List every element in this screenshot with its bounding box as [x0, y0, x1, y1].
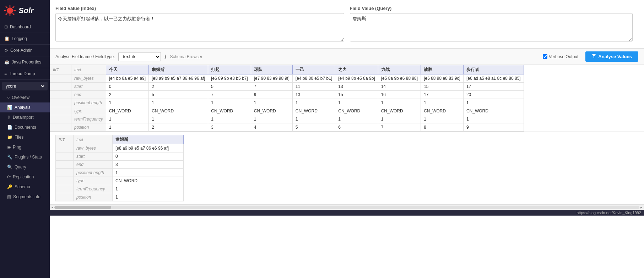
- query-result-area: IKT text 詹姆斯 raw_bytes [e8 a9 b9 e5 a7 8…: [50, 132, 644, 204]
- value-cell: [e7 90 83 e9 98 9f]: [251, 74, 292, 83]
- segments-icon: ▤: [7, 194, 11, 199]
- value-cell: [e6 88 98 e8 83 9c]: [421, 74, 464, 83]
- sidebar-item-logging[interactable]: 📋 Logging: [0, 33, 50, 45]
- value-cell: [e6 ad a5 e8 a1 8c e8 80 85]: [463, 74, 524, 83]
- token-cell: 今天: [106, 65, 148, 74]
- row-field-name: positionLength: [71, 99, 106, 107]
- verbose-output-area: Verbose Output: [543, 54, 578, 59]
- sidebar-item-analysis[interactable]: 📊 Analysis: [0, 102, 50, 112]
- scroll-thumb[interactable]: [54, 206, 111, 209]
- sidebar-item-thread-dump[interactable]: ≡ Thread Dump: [0, 68, 50, 80]
- overview-icon: ○: [7, 95, 10, 100]
- svg-line-6: [13, 13, 15, 15]
- table-row: type CN_WORD: [56, 177, 184, 185]
- value-cell: 3: [208, 123, 251, 132]
- query-token-cell: 詹姆斯: [113, 135, 184, 144]
- table-row: position 1 2 3 4 5 6 7 8 9: [50, 123, 524, 132]
- help-icon[interactable]: ℹ: [164, 54, 166, 60]
- value-cell: [e8 a9 b9 e5 a7 86 e6 96 af]: [149, 74, 208, 83]
- solr-logo: Solr: [4, 4, 34, 17]
- sidebar-item-overview[interactable]: ○ Overview: [0, 93, 50, 102]
- sidebar-item-label: Logging: [12, 36, 27, 41]
- solr-brand-text: Solr: [18, 6, 34, 15]
- field-name-cell: text: [71, 65, 106, 74]
- row-field-name: start: [74, 152, 113, 161]
- sidebar-item-dataimport[interactable]: ⇩ Dataimport: [0, 112, 50, 122]
- fieldtype-select[interactable]: text_ik: [118, 52, 161, 61]
- sidebar-item-label: Core Admin: [10, 48, 33, 53]
- value-cell: 0: [113, 152, 184, 161]
- value-cell: 1: [292, 115, 335, 123]
- value-cell: 9: [463, 123, 524, 132]
- sidebar-sub-label: Schema: [15, 184, 30, 189]
- index-table-wrapper: IKT text 今天 詹姆斯 打起 球队 一己 之力 力战 战胜 步行者: [50, 65, 644, 132]
- value-cell: CN_WORD: [149, 107, 208, 115]
- table-row: IKT text 今天 詹姆斯 打起 球队 一己 之力 力战 战胜 步行者: [50, 65, 524, 74]
- value-cell: 1: [251, 99, 292, 107]
- value-cell: 2: [149, 123, 208, 132]
- sidebar-item-java-properties[interactable]: ☕ Java Properties: [0, 56, 50, 68]
- value-cell: CN_WORD: [421, 107, 464, 115]
- token-cell: 步行者: [463, 65, 524, 74]
- ikt-cell: IKT: [56, 135, 74, 144]
- value-cell: [e8 a9 b9 e5 a7 86 e6 96 af]: [113, 144, 184, 152]
- schema-browser-link[interactable]: Schema Browser: [170, 54, 202, 59]
- analyse-values-button[interactable]: Analyse Values: [585, 51, 638, 62]
- svg-line-7: [13, 6, 15, 8]
- sidebar-sub-label: Ping: [13, 145, 21, 150]
- token-cell: 詹姆斯: [149, 65, 208, 74]
- horizontal-scrollbar[interactable]: ◂ ▸: [50, 204, 644, 210]
- value-cell: 1: [421, 99, 464, 107]
- sidebar-item-schema[interactable]: 🔑 Schema: [0, 182, 50, 192]
- field-value-index-textarea[interactable]: 今天詹姆斯打起球队，以一己之力战胜步行者！: [55, 13, 344, 41]
- sidebar-item-documents[interactable]: 📄 Documents: [0, 122, 50, 132]
- value-cell: CN_WORD: [251, 107, 292, 115]
- value-cell: 16: [378, 91, 421, 99]
- sidebar-sub-label: Files: [15, 135, 23, 140]
- core-selector[interactable]: ycore: [2, 82, 48, 90]
- sidebar-item-plugins-stats[interactable]: 🔧 Plugins / Stats: [0, 152, 50, 162]
- value-cell: 1: [378, 99, 421, 107]
- sidebar-item-core-admin[interactable]: ⚙ Core Admin: [0, 45, 50, 56]
- value-cell: [e5 8a 9b e6 88 98]: [378, 74, 421, 83]
- sidebar-sub-label: Segments info: [13, 194, 40, 199]
- value-cell: 1: [149, 99, 208, 107]
- value-cell: 1: [463, 115, 524, 123]
- value-cell: [e4 b8 80 e5 b7 b1]: [292, 74, 335, 83]
- footer-url: https://blog.csdn.net/Kevin_King1992: [577, 211, 641, 215]
- sidebar-item-files[interactable]: 📁 Files: [0, 132, 50, 142]
- value-cell: 7: [378, 123, 421, 132]
- field-value-query-label: Field Value (Query): [350, 6, 633, 11]
- index-analysis-table: IKT text 今天 詹姆斯 打起 球队 一己 之力 力战 战胜 步行者: [50, 65, 524, 132]
- value-cell: 9: [251, 91, 292, 99]
- row-field-name: raw_bytes: [74, 144, 113, 152]
- value-cell: 2: [106, 91, 148, 99]
- analyse-fieldname-label: Analyse Fieldname / FieldType:: [55, 54, 115, 59]
- value-cell: CN_WORD: [292, 107, 335, 115]
- scroll-right-arrow[interactable]: ▸: [639, 205, 643, 209]
- core-select-dropdown[interactable]: ycore: [4, 83, 45, 89]
- value-cell: 11: [292, 83, 335, 91]
- value-cell: 1: [106, 115, 148, 123]
- value-cell: 13: [335, 83, 378, 91]
- table-row: positionLength 1: [56, 169, 184, 177]
- logo-area: Solr: [0, 0, 50, 21]
- table-row: raw_bytes [e8 a9 b9 e5 a7 86 e6 96 af]: [56, 144, 184, 152]
- value-cell: 2: [149, 83, 208, 91]
- svg-marker-9: [592, 54, 596, 58]
- sidebar-item-ping[interactable]: ◉ Ping: [0, 142, 50, 152]
- value-cell: 15: [421, 83, 464, 91]
- sidebar-item-segments-info[interactable]: ▤ Segments info: [0, 192, 50, 202]
- value-cell: 1: [149, 115, 208, 123]
- field-value-query-textarea[interactable]: 詹姆斯: [350, 13, 633, 41]
- token-cell: 战胜: [421, 65, 464, 74]
- value-cell: 5: [292, 123, 335, 132]
- sidebar-item-query[interactable]: 🔍 Query: [0, 162, 50, 172]
- value-cell: 13: [292, 91, 335, 99]
- verbose-output-checkbox[interactable]: [543, 54, 547, 59]
- svg-line-8: [6, 13, 7, 15]
- sidebar-sub-label: Dataimport: [13, 115, 34, 120]
- sidebar-item-dashboard[interactable]: ⊞ Dashboard: [0, 21, 50, 33]
- scroll-left-arrow[interactable]: ◂: [50, 205, 54, 209]
- sidebar-item-replication[interactable]: ⟳ Replication: [0, 172, 50, 182]
